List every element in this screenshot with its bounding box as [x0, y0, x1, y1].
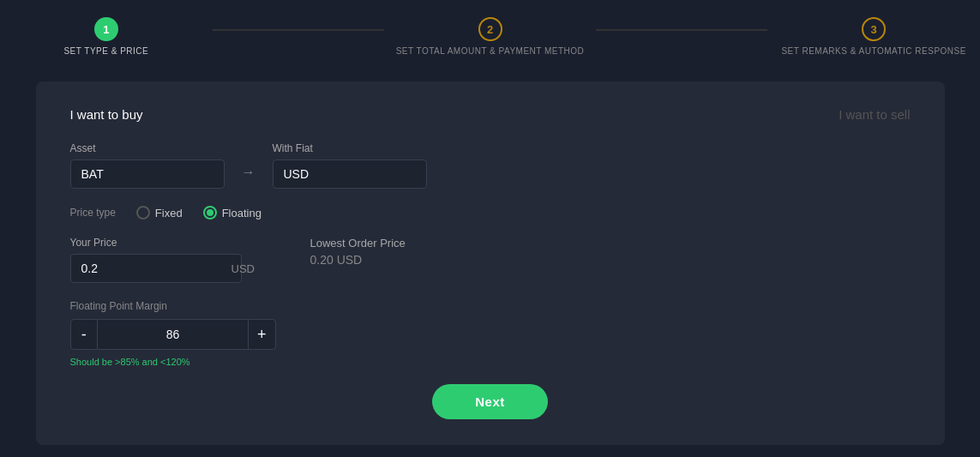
- main-card: I want to buy I want to sell Asset BAT E…: [36, 81, 945, 445]
- radio-fixed-circle: [136, 206, 150, 219]
- margin-section: Floating Point Margin - + Should be >85%…: [70, 300, 911, 367]
- margin-input[interactable]: [98, 319, 248, 350]
- step-connector-1: [213, 29, 384, 31]
- step-3-label: SET REMARKS & AUTOMATIC RESPONSE: [781, 46, 966, 56]
- next-button[interactable]: Next: [432, 384, 548, 419]
- radio-floating[interactable]: Floating: [203, 206, 262, 219]
- next-btn-wrapper: Next: [70, 384, 911, 419]
- your-price-group: Your Price USD: [70, 237, 242, 283]
- radio-floating-label: Floating: [222, 207, 262, 219]
- radio-fixed-label: Fixed: [155, 207, 183, 219]
- margin-hint: Should be >85% and <120%: [70, 357, 911, 367]
- your-price-label: Your Price: [70, 237, 242, 249]
- asset-label: Asset: [70, 142, 225, 154]
- step-1: 1 SET TYPE & PRICE: [0, 17, 213, 56]
- stepper: 1 SET TYPE & PRICE 2 SET TOTAL AMOUNT & …: [0, 0, 980, 81]
- radio-fixed[interactable]: Fixed: [136, 206, 183, 219]
- price-suffix: USD: [231, 262, 255, 275]
- margin-input-row: - +: [70, 319, 276, 350]
- step-2-circle: 2: [478, 17, 502, 41]
- asset-fiat-row: Asset BAT ETH BTC USDT → With Fiat USD E…: [70, 142, 911, 189]
- margin-plus-button[interactable]: +: [248, 319, 276, 350]
- step-1-label: SET TYPE & PRICE: [63, 46, 148, 56]
- fiat-select[interactable]: USD EUR GBP JPY: [273, 159, 427, 189]
- step-2-label: SET TOTAL AMOUNT & PAYMENT METHOD: [396, 46, 585, 56]
- lowest-order-label: Lowest Order Price: [310, 237, 406, 250]
- step-3: 3 SET REMARKS & AUTOMATIC RESPONSE: [767, 17, 980, 56]
- radio-floating-circle: [203, 206, 217, 219]
- margin-minus-button[interactable]: -: [70, 319, 99, 350]
- your-price-wrapper: USD: [70, 254, 242, 283]
- tab-sell[interactable]: I want to sell: [839, 107, 910, 122]
- step-2: 2 SET TOTAL AMOUNT & PAYMENT METHOD: [384, 17, 597, 56]
- asset-group: Asset BAT ETH BTC USDT: [70, 142, 225, 189]
- price-type-label: Price type: [70, 207, 116, 219]
- margin-label: Floating Point Margin: [70, 300, 911, 312]
- lowest-order-group: Lowest Order Price 0.20 USD: [310, 237, 406, 267]
- fiat-group: With Fiat USD EUR GBP JPY: [273, 142, 427, 189]
- arrow-right-icon: →: [242, 165, 256, 180]
- asset-select[interactable]: BAT ETH BTC USDT: [70, 159, 225, 189]
- price-type-row: Price type Fixed Floating: [70, 206, 911, 219]
- step-connector-2: [596, 29, 767, 31]
- card-header: I want to buy I want to sell: [70, 107, 911, 122]
- your-price-input[interactable]: [81, 262, 231, 275]
- step-1-circle: 1: [94, 17, 118, 41]
- step-3-circle: 3: [862, 17, 886, 41]
- lowest-order-value: 0.20 USD: [310, 253, 406, 267]
- price-section: Your Price USD Lowest Order Price 0.20 U…: [70, 237, 911, 283]
- fiat-label: With Fiat: [273, 142, 427, 154]
- tab-buy[interactable]: I want to buy: [70, 107, 143, 122]
